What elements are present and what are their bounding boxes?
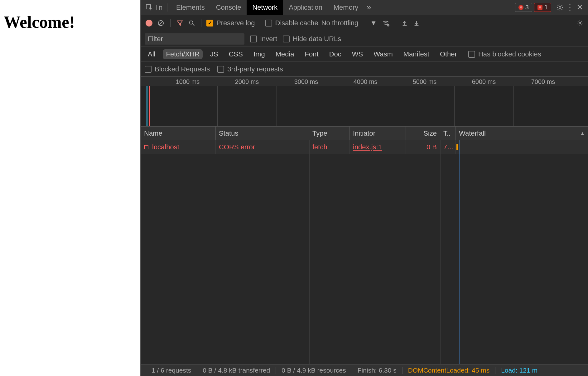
filter-fetch-xhr[interactable]: Fetch/XHR bbox=[163, 49, 203, 59]
clear-icon[interactable] bbox=[157, 19, 165, 27]
sort-up-icon: ▲ bbox=[580, 131, 585, 136]
waterfall-bar bbox=[456, 144, 458, 150]
tab-network[interactable]: Network bbox=[247, 0, 283, 15]
chevron-down-icon: ▼ bbox=[370, 19, 377, 27]
initiator-link[interactable]: index.js:1 bbox=[353, 143, 382, 151]
request-name: localhost bbox=[152, 143, 179, 151]
issue-dot-icon: ✕ bbox=[537, 5, 542, 10]
checkbox-icon bbox=[265, 20, 272, 27]
issues-badge[interactable]: ✕ 1 bbox=[534, 3, 551, 12]
col-time[interactable]: T.. bbox=[440, 127, 456, 140]
more-filters-row: Blocked Requests 3rd-party requests bbox=[141, 62, 588, 77]
filter-ws[interactable]: WS bbox=[349, 49, 366, 59]
filter-input[interactable] bbox=[145, 33, 244, 45]
filter-css[interactable]: CSS bbox=[226, 49, 246, 59]
separator bbox=[170, 19, 171, 27]
timeline-ruler: 1000 ms 2000 ms 3000 ms 4000 ms 5000 ms … bbox=[141, 77, 588, 86]
device-toolbar-icon[interactable] bbox=[154, 2, 164, 12]
network-conditions-icon[interactable] bbox=[381, 19, 390, 27]
page-heading: Welcome! bbox=[4, 12, 137, 32]
has-blocked-cookies-checkbox[interactable]: Has blocked cookies bbox=[468, 50, 541, 58]
status-requests: 1 / 6 requests bbox=[146, 367, 197, 374]
col-status[interactable]: Status bbox=[216, 127, 309, 140]
download-har-icon[interactable] bbox=[412, 19, 421, 27]
grid-line bbox=[277, 86, 277, 126]
third-party-checkbox[interactable]: 3rd-party requests bbox=[217, 65, 283, 73]
grid-line bbox=[217, 86, 218, 126]
type-filters: All Fetch/XHR JS CSS Img Media Font Doc … bbox=[141, 47, 588, 62]
timeline-tick: 1000 ms bbox=[176, 77, 200, 86]
table-row[interactable]: localhost CORS error fetch index.js:1 0 … bbox=[141, 140, 588, 154]
col-separator bbox=[456, 140, 456, 364]
throttling-value: No throttling bbox=[321, 19, 359, 27]
more-tabs-icon[interactable]: » bbox=[364, 2, 374, 12]
status-load: Load: 121 m bbox=[495, 367, 543, 374]
col-separator bbox=[350, 140, 350, 364]
col-waterfall-label: Waterfall bbox=[459, 129, 486, 137]
grid-line bbox=[573, 86, 573, 126]
throttling-select[interactable]: No throttling ▼ bbox=[321, 19, 378, 27]
checkbox-icon bbox=[145, 66, 152, 73]
separator bbox=[201, 19, 201, 27]
load-line bbox=[463, 140, 463, 364]
svg-point-3 bbox=[559, 7, 561, 8]
kebab-menu-icon[interactable]: ⋮ bbox=[565, 2, 575, 12]
status-resources: 0 B / 4.9 kB resources bbox=[276, 367, 352, 374]
hide-data-urls-label: Hide data URLs bbox=[293, 35, 341, 43]
timeline-tick: 3000 ms bbox=[294, 77, 318, 86]
inspect-element-icon[interactable] bbox=[144, 2, 154, 12]
col-size[interactable]: Size bbox=[406, 127, 440, 140]
filter-wasm[interactable]: Wasm bbox=[370, 49, 396, 59]
filter-other[interactable]: Other bbox=[437, 49, 460, 59]
grid-line bbox=[336, 86, 336, 126]
invert-label: Invert bbox=[260, 35, 277, 43]
filter-all[interactable]: All bbox=[145, 49, 158, 59]
table-body: localhost CORS error fetch index.js:1 0 … bbox=[141, 140, 588, 364]
col-separator bbox=[440, 140, 441, 364]
dcl-marker bbox=[147, 86, 147, 126]
disable-cache-checkbox[interactable]: Disable cache bbox=[265, 19, 318, 27]
tab-application[interactable]: Application bbox=[283, 0, 328, 15]
filter-js[interactable]: JS bbox=[207, 49, 221, 59]
status-dcl: DOMContentLoaded: 45 ms bbox=[402, 367, 495, 374]
dcl-line bbox=[460, 140, 460, 364]
timeline-tick: 2000 ms bbox=[235, 77, 259, 86]
rendered-page: Welcome! bbox=[0, 0, 140, 376]
filter-doc[interactable]: Doc bbox=[326, 49, 345, 59]
filter-manifest[interactable]: Manifest bbox=[400, 49, 432, 59]
preserve-log-checkbox[interactable]: Preserve log bbox=[206, 19, 255, 27]
network-settings-gear-icon[interactable] bbox=[576, 19, 584, 27]
separator bbox=[395, 19, 395, 27]
filter-font[interactable]: Font bbox=[302, 49, 322, 59]
hide-data-urls-checkbox[interactable]: Hide data URLs bbox=[283, 35, 341, 43]
col-initiator[interactable]: Initiator bbox=[350, 127, 406, 140]
close-devtools-icon[interactable]: ✕ bbox=[575, 2, 585, 12]
svg-point-9 bbox=[579, 22, 581, 24]
blocked-requests-checkbox[interactable]: Blocked Requests bbox=[145, 65, 210, 73]
settings-gear-icon[interactable] bbox=[555, 2, 565, 12]
filter-bar: Invert Hide data URLs bbox=[141, 31, 588, 47]
third-party-label: 3rd-party requests bbox=[227, 65, 283, 73]
invert-checkbox[interactable]: Invert bbox=[250, 35, 277, 43]
checkbox-icon bbox=[283, 36, 290, 42]
search-icon[interactable] bbox=[187, 19, 196, 27]
tab-elements[interactable]: Elements bbox=[171, 0, 210, 15]
col-name[interactable]: Name bbox=[141, 127, 216, 140]
tab-console[interactable]: Console bbox=[210, 0, 247, 15]
grid-line bbox=[454, 86, 455, 126]
record-button[interactable] bbox=[145, 19, 153, 27]
timeline-overview[interactable]: 1000 ms 2000 ms 3000 ms 4000 ms 5000 ms … bbox=[141, 77, 588, 127]
col-type[interactable]: Type bbox=[309, 127, 350, 140]
cell-name: localhost bbox=[141, 140, 216, 154]
cell-size: 0 B bbox=[406, 140, 440, 154]
upload-har-icon[interactable] bbox=[400, 19, 409, 27]
filter-funnel-icon[interactable] bbox=[176, 19, 184, 27]
has-blocked-cookies-label: Has blocked cookies bbox=[478, 50, 541, 58]
tab-memory[interactable]: Memory bbox=[328, 0, 364, 15]
filter-media[interactable]: Media bbox=[272, 49, 297, 59]
filter-img[interactable]: Img bbox=[250, 49, 268, 59]
svg-line-7 bbox=[193, 24, 195, 26]
checkbox-icon bbox=[217, 66, 224, 73]
col-waterfall[interactable]: Waterfall ▲ bbox=[456, 127, 588, 140]
errors-badge[interactable]: ✕ 3 bbox=[515, 3, 532, 12]
